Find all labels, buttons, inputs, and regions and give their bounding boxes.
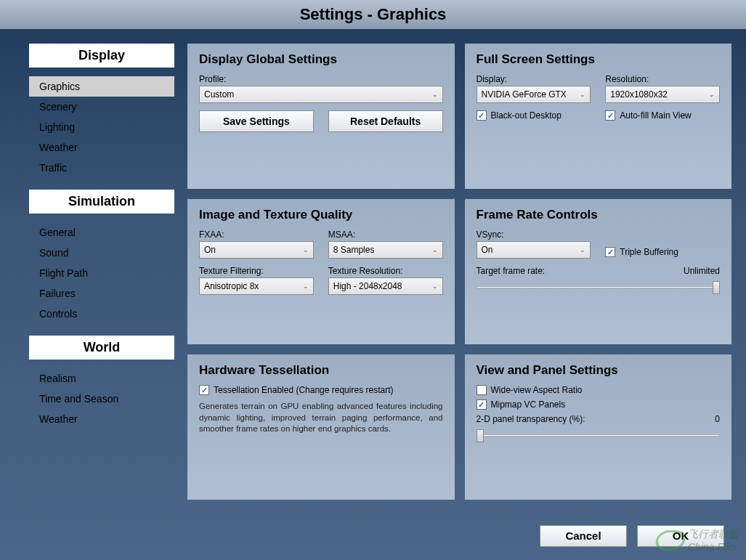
- sidebar-item-scenery[interactable]: Scenery: [29, 97, 174, 117]
- msaa-select[interactable]: 8 Samples ⌄: [328, 241, 443, 259]
- profile-label: Profile:: [199, 74, 443, 84]
- texture-filtering-label: Texture Filtering:: [199, 266, 314, 276]
- sidebar-item-realism[interactable]: Realism: [29, 368, 174, 389]
- profile-select[interactable]: Custom ⌄: [199, 86, 443, 103]
- sidebar-item-time-and-season[interactable]: Time and Season: [29, 389, 174, 409]
- panel-title: Display Global Settings: [199, 52, 443, 67]
- sidebar-item-failures[interactable]: Failures: [29, 283, 174, 304]
- panel-full-screen-settings: Full Screen Settings Display: NVIDIA GeF…: [465, 44, 732, 189]
- fxaa-label: FXAA:: [199, 230, 314, 240]
- tessellation-enabled-checkbox[interactable]: ✓: [199, 385, 209, 395]
- sidebar-item-weather[interactable]: Weather: [29, 137, 174, 158]
- slider-track: [477, 434, 721, 437]
- fxaa-select[interactable]: On ⌄: [199, 241, 314, 259]
- mipmap-vc-panels-label: Mipmap VC Panels: [491, 399, 566, 410]
- sidebar-item-lighting[interactable]: Lighting: [29, 117, 174, 137]
- panel-title: Frame Rate Controls: [477, 208, 721, 222]
- profile-value: Custom: [204, 89, 234, 100]
- window-title: Settings - Graphics: [0, 0, 746, 29]
- texture-resolution-value: High - 2048x2048: [333, 281, 402, 291]
- reset-defaults-button[interactable]: Reset Defaults: [328, 110, 443, 132]
- target-frame-rate-label: Target frame rate:: [477, 266, 546, 276]
- target-frame-rate-value: Unlimited: [684, 266, 720, 276]
- wide-view-aspect-label: Wide-view Aspect Ratio: [491, 385, 583, 395]
- texture-resolution-label: Texture Resolution:: [328, 266, 443, 276]
- sidebar-item-weather[interactable]: Weather: [29, 409, 174, 429]
- chevron-down-icon: ⌄: [303, 246, 309, 253]
- panel-frame-rate-controls: Frame Rate Controls VSync: On ⌄ ✓ Triple…: [465, 199, 732, 344]
- resolution-label: Resolution:: [605, 74, 720, 84]
- watermark-text: 飞行者联盟 China Flier: [688, 528, 739, 553]
- mipmap-vc-panels-checkbox[interactable]: ✓: [477, 399, 487, 410]
- texture-filtering-select[interactable]: Anisotropic 8x ⌄: [199, 277, 314, 295]
- texture-filtering-value: Anisotropic 8x: [204, 281, 259, 291]
- vsync-label: VSync:: [477, 230, 591, 240]
- display-label: Display:: [477, 74, 591, 84]
- resolution-select[interactable]: 1920x1080x32 ⌄: [605, 86, 720, 103]
- chevron-down-icon: ⌄: [432, 283, 438, 290]
- display-select[interactable]: NVIDIA GeForce GTX ⌄: [477, 86, 591, 103]
- panel-display-global-settings: Display Global Settings Profile: Custom …: [187, 44, 455, 189]
- sidebar-section-header: Display: [29, 44, 174, 68]
- sidebar-section-header: World: [29, 336, 174, 360]
- triple-buffering-label: Triple Buffering: [620, 247, 678, 257]
- autofill-main-view-checkbox[interactable]: ✓: [605, 110, 615, 121]
- sidebar-item-general[interactable]: General: [29, 222, 174, 243]
- vsync-select[interactable]: On ⌄: [477, 241, 591, 259]
- blackout-desktop-checkbox[interactable]: ✓: [477, 110, 487, 121]
- sidebar-item-traffic[interactable]: Traffic: [29, 158, 174, 178]
- msaa-value: 8 Samples: [333, 245, 375, 255]
- autofill-main-view-label: Auto-fill Main View: [620, 110, 691, 121]
- slider-track: [477, 286, 721, 288]
- sidebar-item-graphics[interactable]: Graphics: [29, 76, 174, 97]
- chevron-down-icon: ⌄: [432, 246, 438, 253]
- wide-view-aspect-checkbox[interactable]: [477, 385, 487, 395]
- target-frame-rate-slider[interactable]: [477, 279, 721, 299]
- sidebar-item-sound[interactable]: Sound: [29, 243, 174, 263]
- slider-thumb[interactable]: [477, 429, 484, 442]
- vsync-value: On: [482, 245, 493, 255]
- tessellation-enabled-label: Tessellation Enabled (Change requires re…: [214, 385, 393, 395]
- tessellation-description: Generates terrain on GPU enabling advanc…: [199, 401, 443, 435]
- panel-title: Image and Texture Quality: [199, 208, 443, 222]
- sidebar-section-header: Simulation: [29, 190, 174, 214]
- panel-image-texture-quality: Image and Texture Quality FXAA: On ⌄ MSA…: [187, 199, 455, 344]
- sidebar-item-controls[interactable]: Controls: [29, 304, 174, 324]
- panel-transparency-slider[interactable]: [477, 427, 721, 447]
- panel-hardware-tessellation: Hardware Tessellation ✓ Tessellation Ena…: [187, 354, 455, 500]
- panel-view-panel-settings: View and Panel Settings Wide-view Aspect…: [465, 354, 732, 500]
- panel-title: Full Screen Settings: [477, 52, 721, 67]
- cancel-button[interactable]: Cancel: [540, 525, 627, 547]
- chevron-down-icon: ⌄: [709, 91, 715, 98]
- panel-title: Hardware Tessellation: [199, 363, 443, 378]
- chevron-down-icon: ⌄: [303, 283, 309, 290]
- chevron-down-icon: ⌄: [580, 91, 585, 98]
- chevron-down-icon: ⌄: [432, 91, 438, 98]
- watermark: 飞行者联盟 China Flier: [656, 528, 739, 553]
- chevron-down-icon: ⌄: [580, 246, 585, 253]
- msaa-label: MSAA:: [328, 230, 443, 240]
- slider-thumb[interactable]: [713, 281, 720, 294]
- panel-transparency-value: 0: [715, 414, 720, 424]
- display-value: NVIDIA GeForce GTX: [482, 89, 567, 100]
- panel-transparency-label: 2-D panel transparency (%):: [477, 414, 585, 424]
- texture-resolution-select[interactable]: High - 2048x2048 ⌄: [328, 277, 443, 295]
- fxaa-value: On: [204, 245, 216, 255]
- panel-title: View and Panel Settings: [477, 363, 721, 378]
- save-settings-button[interactable]: Save Settings: [199, 110, 314, 132]
- triple-buffering-checkbox[interactable]: ✓: [605, 247, 615, 257]
- sidebar-item-flight-path[interactable]: Flight Path: [29, 263, 174, 283]
- resolution-value: 1920x1080x32: [610, 89, 668, 100]
- blackout-desktop-label: Black-out Desktop: [491, 110, 561, 121]
- sidebar: DisplayGraphicsSceneryLightingWeatherTra…: [29, 44, 174, 500]
- watermark-logo-icon: [654, 530, 687, 551]
